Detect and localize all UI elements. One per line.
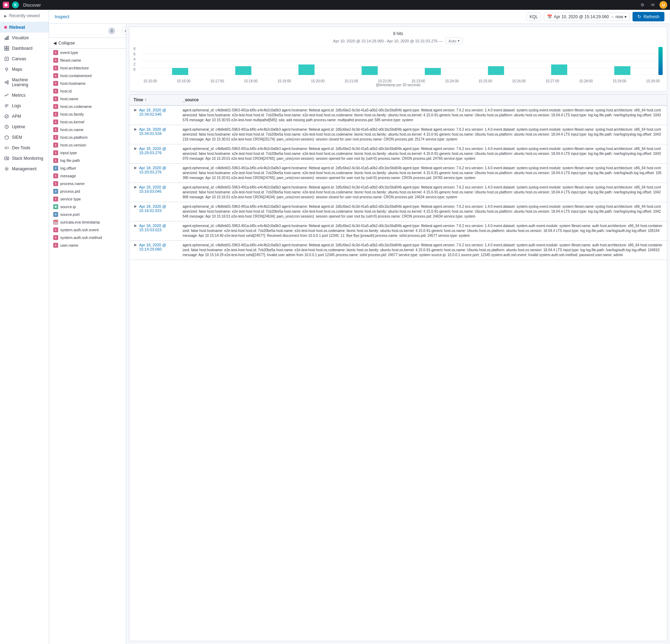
table-row[interactable]: ▶ Apr 18, 2020 @ 15:20:03.276 agent.ephe…: [129, 144, 667, 164]
row-expand-button[interactable]: ▶: [134, 224, 138, 227]
field-type-icon: t: [53, 243, 58, 248]
sidebar-item-uptime[interactable]: Uptime: [0, 122, 49, 132]
sidebar-item-devtools[interactable]: Dev Tools: [0, 143, 49, 153]
table-cell-time: ▶ Apr 18, 2020 @ 15:14:29.060: [129, 241, 178, 260]
chart-container: 8 hits Apr 10, 2020 @ 15:14:29.060 - Apr…: [129, 27, 667, 91]
sidebar-active-filebeat[interactable]: filebeat: [0, 22, 49, 33]
field-item-host-containerized[interactable]: t host.containerized: [49, 72, 126, 80]
field-type-icon: t: [53, 112, 58, 117]
source-col-label: _source: [183, 97, 199, 102]
chart-x-labels: 15:15:0015:16:0015:17:0015:18:00 15:19:0…: [141, 79, 663, 83]
sidebar-label-devtools: Dev Tools: [12, 145, 30, 150]
field-item-host-os-platform[interactable]: t host.os.platform: [49, 133, 126, 141]
sidebar-item-canvas[interactable]: Canvas: [0, 54, 49, 64]
auto-select-dropdown[interactable]: Auto ▾: [445, 37, 463, 44]
field-item-host-id[interactable]: t host.id: [49, 87, 126, 95]
field-item-host-os-name[interactable]: t host.os.name: [49, 126, 126, 133]
sidebar-item-management[interactable]: Management: [0, 164, 49, 174]
date-range-picker[interactable]: 📅 Apr 10, 2020 @ 15:14:29.060 → now ▾: [544, 13, 630, 21]
sidebar-item-dashboard[interactable]: Dashboard: [0, 43, 49, 54]
field-item-host-name[interactable]: t host.name: [49, 95, 126, 103]
sidebar-item-logs[interactable]: Logs: [0, 101, 49, 111]
row-expand-button[interactable]: ▶: [134, 146, 138, 150]
field-name: source.port: [60, 212, 80, 217]
field-count-badge: 0: [108, 27, 115, 34]
field-item-source-port[interactable]: # source.port: [49, 211, 126, 218]
field-name: host.os.family: [60, 112, 84, 116]
auto-chevron: ▾: [458, 39, 460, 43]
field-item-input-type[interactable]: t input.type: [49, 149, 126, 157]
sidebar-item-visualize[interactable]: Visualize: [0, 33, 49, 43]
field-item-user-name[interactable]: t user.name: [49, 241, 126, 249]
table-row[interactable]: ▶ Apr 18, 2020 @ 15:16:03.045 agent.ephe…: [129, 183, 667, 202]
settings-icon[interactable]: ⚙: [638, 1, 646, 9]
field-item-message[interactable]: t message: [49, 172, 126, 180]
table-row[interactable]: ▶ Apr 18, 2020 @ 15:20:03.276 agent.ephe…: [129, 164, 667, 183]
field-item-host-os-codename[interactable]: t host.os.codename: [49, 103, 126, 110]
field-type-icon: t: [53, 150, 58, 155]
row-expand-button[interactable]: ▶: [134, 204, 138, 208]
row-expand-button[interactable]: ▶: [134, 243, 138, 247]
breadcrumb-inspect[interactable]: Inspect: [55, 14, 69, 19]
row-expand-button[interactable]: ▶: [134, 185, 138, 189]
sidebar-label-ml: Machine Learning: [12, 77, 45, 87]
source-text: agent.ephemeral_id: c4b8eb01-5963-491a-b…: [183, 243, 663, 258]
row-expand-button[interactable]: ▶: [134, 127, 138, 131]
field-item-process-name[interactable]: t process.name: [49, 180, 126, 187]
field-item-host-os-family[interactable]: t host.os.family: [49, 110, 126, 118]
time-column-header[interactable]: Time ↑: [129, 95, 178, 105]
field-item-process-pid[interactable]: # process.pid: [49, 187, 126, 195]
sidebar-item-ml[interactable]: Machine Learning: [0, 75, 49, 90]
table-cell-time: ▶ Apr 18, 2020 @ 15:34:02.545: [129, 106, 178, 125]
table-row[interactable]: ▶ Apr 18, 2020 @ 15:15:03.023 agent.ephe…: [129, 221, 667, 241]
field-type-icon: t: [53, 143, 58, 148]
field-item-fileset-name[interactable]: t fileset.name: [49, 56, 126, 64]
sidebar-item-apm[interactable]: APM: [0, 111, 49, 122]
recently-viewed-header[interactable]: ▶ Recently viewed: [0, 10, 49, 22]
user-avatar[interactable]: U: [659, 1, 667, 9]
field-name: log file path: [60, 158, 80, 163]
table-row[interactable]: ▶ Apr 18, 2020 @ 15:14:29.060 agent.ephe…: [129, 241, 667, 260]
field-item-host-hostname[interactable]: t host.hostname: [49, 80, 126, 87]
field-item-host-os-version[interactable]: t host.os.version: [49, 141, 126, 149]
row-expand-button[interactable]: ▶: [134, 166, 138, 170]
time-value: Apr 18, 2020 @ 15:20:03.276: [139, 146, 174, 155]
field-type-icon: t: [53, 197, 58, 201]
field-type-icon: t: [53, 58, 58, 63]
field-item-ssh-method[interactable]: t system.auth.ssh.method: [49, 234, 126, 241]
recently-viewed-arrow: ▶: [4, 14, 7, 18]
field-item-host-os-kernel[interactable]: t host.os.kernel: [49, 118, 126, 126]
sidebar-item-maps[interactable]: Maps: [0, 64, 49, 75]
field-item-host-architecture[interactable]: t host.architecture: [49, 64, 126, 72]
field-item-suricata-timestamp[interactable]: 📅 suricata.eve.timestamp: [49, 218, 126, 226]
sidebar: ▶ Recently viewed filebeat Visualize Das…: [0, 10, 49, 644]
table-cell-time: ▶ Apr 18, 2020 @ 15:16:03.045: [129, 183, 178, 202]
sidebar-item-siem[interactable]: SIEM: [0, 132, 49, 143]
table-row[interactable]: ▶ Apr 18, 2020 @ 15:16:01.023 agent.ephe…: [129, 202, 667, 221]
field-type-icon: t: [53, 73, 58, 78]
field-name: system.auth.ssh.event: [60, 228, 98, 232]
field-item-event-type[interactable]: t event.type: [49, 49, 126, 56]
date-range-text: Apr 10, 2020 @ 15:14:29.060 → now: [554, 14, 623, 19]
field-type-icon: t: [53, 127, 58, 132]
kql-toggle[interactable]: KQL: [526, 13, 541, 21]
sidebar-item-monitoring[interactable]: Stack Monitoring: [0, 153, 49, 164]
field-item-ssh-event[interactable]: t system.auth.ssh.event: [49, 226, 126, 234]
svg-rect-27: [551, 64, 567, 75]
field-item-log-offset[interactable]: # log.offset: [49, 164, 126, 172]
table-row[interactable]: ▶ Apr 18, 2020 @ 15:34:01.534 agent.ephe…: [129, 125, 667, 144]
table-cell-time: ▶ Apr 18, 2020 @ 15:34:01.534: [129, 125, 178, 144]
collapse-panel-button[interactable]: ◀: [122, 27, 126, 35]
refresh-button[interactable]: ↻ Refresh: [633, 12, 664, 21]
field-item-source-ip[interactable]: ⊕ source.ip: [49, 203, 126, 211]
mail-icon[interactable]: ✉: [649, 1, 657, 9]
field-item-service-type[interactable]: t service type: [49, 195, 126, 203]
sidebar-label-management: Management: [12, 166, 36, 171]
field-type-icon: ⊕: [53, 204, 58, 209]
date-range-chevron: ▾: [624, 14, 627, 19]
collapse-header[interactable]: ◀ Collapse: [49, 38, 126, 49]
field-item-log-file-path[interactable]: t log file path: [49, 157, 126, 164]
row-expand-button[interactable]: ▶: [134, 108, 138, 112]
sidebar-item-metrics[interactable]: Metrics: [0, 90, 49, 101]
table-row[interactable]: ▶ Apr 18, 2020 @ 15:34:02.545 agent.ephe…: [129, 106, 667, 125]
